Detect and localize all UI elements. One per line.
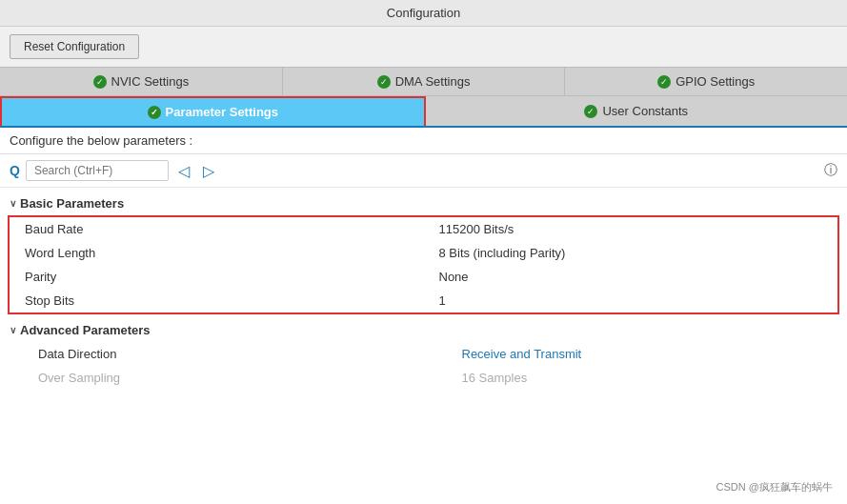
tabs-row1: ✓ NVIC Settings ✓ DMA Settings ✓ GPIO Se… bbox=[0, 67, 847, 96]
advanced-chevron-icon: ∨ bbox=[10, 325, 16, 335]
title-bar: Configuration bbox=[0, 0, 847, 27]
advanced-parameters-label: Advanced Parameters bbox=[20, 323, 151, 337]
parity-label: Parity bbox=[10, 265, 424, 289]
nvic-tab-label: NVIC Settings bbox=[111, 74, 190, 89]
watermark-text: CSDN @疯狂飙车的蜗牛 bbox=[716, 481, 833, 493]
gpio-tab-label: GPIO Settings bbox=[676, 74, 755, 89]
tab-user-constants[interactable]: ✓ User Constants bbox=[426, 96, 848, 126]
parameter-check-icon: ✓ bbox=[148, 106, 161, 119]
search-input[interactable] bbox=[26, 160, 169, 181]
stop-bits-label: Stop Bits bbox=[10, 289, 424, 312]
table-row: Data Direction Receive and Transmit bbox=[0, 342, 847, 366]
dma-check-icon: ✓ bbox=[377, 75, 391, 89]
reset-configuration-button[interactable]: Reset Configuration bbox=[10, 34, 139, 59]
dma-tab-label: DMA Settings bbox=[395, 74, 471, 89]
table-row: Word Length 8 Bits (including Parity) bbox=[10, 241, 837, 265]
word-length-value: 8 Bits (including Parity) bbox=[424, 241, 838, 265]
data-direction-value: Receive and Transmit bbox=[424, 342, 848, 366]
table-row: Over Sampling 16 Samples bbox=[0, 366, 847, 390]
baud-rate-value: 115200 Bits/s bbox=[424, 217, 838, 241]
advanced-parameters-table: Data Direction Receive and Transmit Over… bbox=[0, 342, 847, 390]
content-area: Configure the below parameters : Q ◁ ▷ ⓘ… bbox=[0, 128, 847, 504]
gpio-check-icon: ✓ bbox=[657, 75, 671, 89]
advanced-parameters-section: ∨ Advanced Parameters Data Direction Rec… bbox=[0, 318, 847, 390]
tab-dma-settings[interactable]: ✓ DMA Settings bbox=[283, 68, 566, 95]
data-direction-label: Data Direction bbox=[0, 342, 424, 366]
basic-parameters-table: Baud Rate 115200 Bits/s Word Length 8 Bi… bbox=[10, 217, 837, 312]
tab-gpio-settings[interactable]: ✓ GPIO Settings bbox=[565, 68, 847, 95]
search-row: Q ◁ ▷ ⓘ bbox=[0, 154, 847, 188]
nav-prev-icon: ◁ bbox=[178, 163, 190, 179]
toolbar: Reset Configuration bbox=[0, 27, 847, 67]
tabs-row2: ✓ Parameter Settings ✓ User Constants bbox=[0, 96, 847, 128]
advanced-parameters-header[interactable]: ∨ Advanced Parameters bbox=[0, 318, 847, 342]
basic-parameters-box: Baud Rate 115200 Bits/s Word Length 8 Bi… bbox=[8, 215, 839, 314]
over-sampling-value: 16 Samples bbox=[424, 366, 848, 390]
params-area: ∨ Basic Parameters Baud Rate 115200 Bits… bbox=[0, 188, 847, 504]
user-constants-check-icon: ✓ bbox=[584, 105, 597, 118]
user-constants-tab-label: User Constants bbox=[602, 104, 688, 118]
basic-parameters-header[interactable]: ∨ Basic Parameters bbox=[0, 192, 847, 215]
config-header: Configure the below parameters : bbox=[0, 128, 847, 154]
watermark: CSDN @疯狂飙车的蜗牛 bbox=[716, 480, 833, 494]
window-title: Configuration bbox=[387, 6, 460, 20]
stop-bits-value: 1 bbox=[424, 289, 838, 312]
search-q-icon[interactable]: Q bbox=[10, 163, 20, 178]
config-header-text: Configure the below parameters : bbox=[10, 133, 192, 148]
word-length-label: Word Length bbox=[10, 241, 424, 265]
baud-rate-label: Baud Rate bbox=[10, 217, 424, 241]
nvic-check-icon: ✓ bbox=[93, 75, 107, 89]
tab-nvic-settings[interactable]: ✓ NVIC Settings bbox=[0, 68, 283, 95]
table-row: Baud Rate 115200 Bits/s bbox=[10, 217, 837, 241]
info-icon[interactable]: ⓘ bbox=[824, 162, 837, 179]
parity-value: None bbox=[424, 265, 838, 289]
table-row: Parity None bbox=[10, 265, 837, 289]
over-sampling-label: Over Sampling bbox=[0, 366, 424, 390]
tab-parameter-settings[interactable]: ✓ Parameter Settings bbox=[0, 96, 426, 126]
nav-next-button[interactable]: ▷ bbox=[199, 162, 218, 180]
nav-prev-button[interactable]: ◁ bbox=[174, 162, 193, 180]
main-window: Configuration Reset Configuration ✓ NVIC… bbox=[0, 0, 847, 504]
table-row: Stop Bits 1 bbox=[10, 289, 837, 312]
basic-chevron-icon: ∨ bbox=[10, 198, 16, 209]
basic-parameters-label: Basic Parameters bbox=[20, 196, 124, 211]
parameter-tab-label: Parameter Settings bbox=[166, 105, 279, 119]
nav-next-icon: ▷ bbox=[203, 163, 214, 179]
